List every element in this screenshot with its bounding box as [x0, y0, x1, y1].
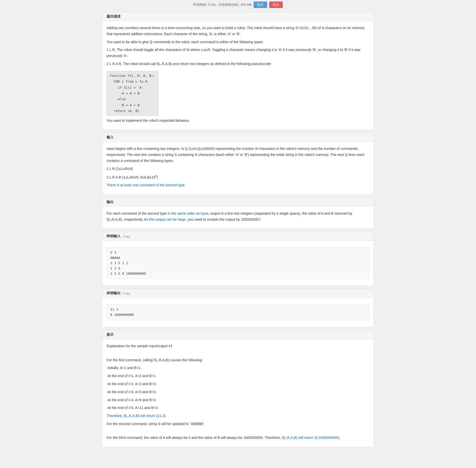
- pseudocode-block: function f(L, R, A, B): FOR i from L to …: [107, 71, 158, 116]
- top-bar: 时间限制: 5 Sec 内存限制(MB): 256 MB 提交 状态: [0, 0, 476, 10]
- desc-p4: 2 L R A B. The robot should call f(L,R,A…: [107, 61, 369, 67]
- pseudo-line-2: if S[i] = 'A': [110, 85, 155, 90]
- pseudo-line-4: else: [110, 96, 155, 102]
- input-main-text: Input begins with a line containing two …: [107, 146, 369, 164]
- submit-button[interactable]: 提交: [254, 2, 267, 8]
- hint-line-3: ·Initially, A=1 and B=1.: [107, 365, 369, 371]
- status-button[interactable]: 状态: [269, 2, 283, 8]
- description-title: 题目描述: [107, 14, 121, 19]
- input-header: 输入: [103, 133, 373, 142]
- pseudo-line-0: function f(L, R, A, B):: [110, 73, 155, 79]
- output-highlight2: this output can be large: [149, 217, 186, 221]
- hint-line-12: For the third command, the value of A wi…: [107, 435, 369, 441]
- hint-header: 提示: [103, 330, 373, 339]
- sample-output-title: 样例输出: [107, 291, 121, 296]
- input-body: Input begins with a line containing two …: [103, 142, 373, 194]
- desc-last: You want to implement the robot's expect…: [107, 118, 369, 124]
- description-body: Adding two numbers several times is a ti…: [103, 21, 373, 130]
- hint-line-6: ·At the end of i=3, A=5 and B=3.: [107, 389, 369, 395]
- desc-p3: 1 L R. The robot should toggle all the c…: [107, 47, 369, 59]
- hint-line-2: For the first command, calling f(L,R,A,B…: [107, 357, 369, 363]
- hint-line-0: Explanation for the sample input/output …: [107, 343, 369, 349]
- main-container: 题目描述 Adding two numbers several times is…: [100, 10, 376, 450]
- input-line-2-blue: There is at least one command of the sec…: [107, 183, 185, 187]
- hint-section: 提示 Explanation for the sample input/outp…: [102, 330, 374, 447]
- hint-line-5: ·At the end of i=2, A=2 and B=3.: [107, 381, 369, 387]
- hint-line-7: ·At the end of i=4, A=8 and B=3.: [107, 397, 369, 403]
- input-line-1: 2 L R A B (1≤L≤R≤N; 0≤A,B≤109): [107, 174, 369, 180]
- output-section: 输出 For each command of the second type i…: [102, 198, 374, 229]
- hint-title: 提示: [107, 332, 114, 337]
- sample-output-code: 11 3 0 1000000000: [107, 304, 369, 320]
- sample-output-header: 样例输出 Copy: [103, 289, 373, 298]
- input-title: 输入: [107, 135, 114, 140]
- input-section: 输入 Input begins with a line containing t…: [102, 133, 374, 194]
- output-title: 输出: [107, 200, 114, 204]
- hint-line-9: Therefore, f(L,R,A,B) will return (11,3)…: [107, 413, 369, 419]
- desc-p2: You want to be able to give Q commands t…: [107, 39, 369, 45]
- sample-input-section: 样例输入 Copy 5 3 ABAAA 2 1 5 1 1 1 3 5 2 2 …: [102, 232, 374, 286]
- sample-output-section: 样例输出 Copy 11 3 0 1000000000: [102, 289, 374, 327]
- sample-input-header: 样例输入 Copy: [103, 232, 373, 241]
- sample-input-code: 5 3 ABAAA 2 1 5 1 1 1 3 5 2 2 5 0 100000…: [107, 247, 369, 279]
- input-line-0: 1 L R (1≤L≤R≤N): [107, 166, 369, 172]
- output-body: For each command of the second type in t…: [103, 207, 373, 229]
- pseudo-line-1: FOR i from L to R: [110, 79, 155, 84]
- output-highlight1: in the same order as input: [168, 211, 208, 215]
- output-header: 输出: [103, 198, 373, 207]
- sample-input-copy[interactable]: Copy: [123, 235, 130, 238]
- description-header: 题目描述: [103, 12, 373, 21]
- sample-output-body: 11 3 0 1000000000: [103, 298, 373, 327]
- hint-body: Explanation for the sample input/output …: [103, 339, 373, 447]
- hint-line-4: ·At the end of i=1, A=2 and B=1.: [107, 373, 369, 379]
- time-label: 时间限制: 5 Sec: [193, 3, 216, 7]
- sample-input-body: 5 3 ABAAA 2 1 5 1 1 1 3 5 2 2 5 0 100000…: [103, 241, 373, 285]
- hint-line-8: ·At the end of i=5, A=11 and B=3.: [107, 405, 369, 411]
- description-section: 题目描述 Adding two numbers several times is…: [102, 12, 374, 130]
- hint-highlight1: Therefore, f(L,R,A,B) will return (11,3)…: [107, 414, 166, 418]
- desc-p1: Adding two numbers several times is a ti…: [107, 25, 369, 37]
- input-line-2: There is at least one command of the sec…: [107, 182, 369, 188]
- sample-input-title: 样例输入: [107, 234, 121, 239]
- output-text: For each command of the second type in t…: [107, 211, 369, 223]
- sample-output-copy[interactable]: Copy: [123, 291, 130, 295]
- pseudo-line-3: A = A + B: [110, 90, 155, 96]
- hint-line-10: For the second command, string S will be…: [107, 421, 369, 427]
- pseudo-line-5: B = A + B: [110, 102, 155, 108]
- memory-label: 内存限制(MB): 256 MB: [218, 3, 252, 7]
- hint-highlight2: f(L,R,A,B) will return (0,1000000000).: [282, 436, 340, 440]
- pseudo-line-6: return (A, B): [110, 108, 155, 114]
